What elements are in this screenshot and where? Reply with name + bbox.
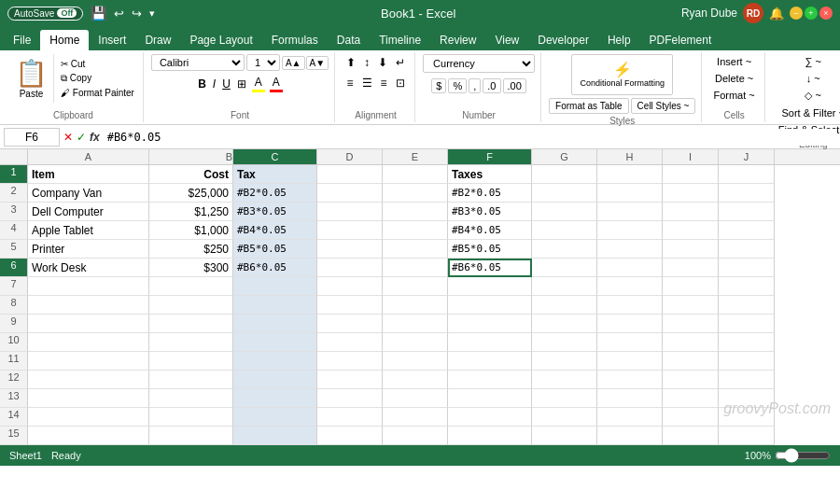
align-middle-button[interactable]: ↕ <box>360 54 373 71</box>
merge-center-button[interactable]: ⊡ <box>392 75 409 91</box>
ribbon-toggle-icon[interactable]: 🔔 <box>769 7 784 21</box>
tab-insert[interactable]: Insert <box>89 30 135 50</box>
cell-a2[interactable]: Company Van <box>28 184 149 203</box>
align-right-button[interactable]: ≡ <box>377 75 391 91</box>
cell-d1[interactable] <box>317 165 383 184</box>
user-avatar[interactable]: RD <box>743 3 763 23</box>
format-button[interactable]: Format ~ <box>709 88 758 103</box>
cell-j6[interactable] <box>719 259 775 277</box>
cell-i7[interactable] <box>663 277 719 296</box>
cell-f4[interactable]: #B4*0.05 <box>448 221 532 240</box>
cell-j2[interactable] <box>719 184 775 203</box>
align-center-button[interactable]: ☰ <box>358 75 376 91</box>
tab-pdfelement[interactable]: PDFelement <box>640 30 721 50</box>
redo-icon[interactable]: ↪ <box>132 7 142 21</box>
cell-a6[interactable]: Work Desk <box>28 259 149 277</box>
name-box[interactable] <box>4 128 60 147</box>
sum-button[interactable]: ∑ ~ <box>800 54 827 69</box>
cell-b6[interactable]: $300 <box>149 259 233 277</box>
bold-button[interactable]: B <box>195 77 209 91</box>
cell-c3[interactable]: #B3*0.05 <box>233 203 317 221</box>
row-num-6[interactable]: 6 <box>0 259 28 277</box>
cell-d5[interactable] <box>317 240 383 259</box>
fill-color-button[interactable]: A <box>250 75 267 93</box>
decrease-font-size-button[interactable]: A▼ <box>306 56 329 70</box>
tab-home[interactable]: Home <box>40 30 89 50</box>
cell-i1[interactable] <box>663 165 719 184</box>
zoom-slider[interactable] <box>775 448 831 463</box>
cell-e2[interactable] <box>383 184 448 203</box>
cell-j4[interactable] <box>719 221 775 240</box>
align-top-button[interactable]: ⬆ <box>343 54 359 71</box>
cell-i4[interactable] <box>663 221 719 240</box>
col-header-d[interactable]: D <box>317 149 383 164</box>
cell-d4[interactable] <box>317 221 383 240</box>
cell-i5[interactable] <box>663 240 719 259</box>
sheet-tab[interactable]: Sheet1 <box>9 450 42 461</box>
cell-h1[interactable] <box>597 165 663 184</box>
cell-b3[interactable]: $1,250 <box>149 203 233 221</box>
row-num-15[interactable]: 15 <box>0 427 28 445</box>
cell-g6[interactable] <box>532 259 597 277</box>
cell-c5[interactable]: #B5*0.05 <box>233 240 317 259</box>
cell-f1[interactable]: Taxes <box>448 165 532 184</box>
cell-e7[interactable] <box>383 277 448 296</box>
percent-button[interactable]: % <box>448 78 467 93</box>
cell-b4[interactable]: $1,000 <box>149 221 233 240</box>
tab-developer[interactable]: Developer <box>528 30 598 50</box>
row-num-1[interactable]: 1 <box>0 165 28 184</box>
col-header-a[interactable]: A <box>28 149 149 164</box>
cell-g1[interactable] <box>532 165 597 184</box>
cell-f6[interactable]: #B6*0.05 <box>448 259 532 277</box>
underline-button[interactable]: U <box>219 77 233 91</box>
font-size-dropdown[interactable]: 11 <box>246 54 280 71</box>
formula-cancel-icon[interactable]: ✕ <box>63 131 73 144</box>
delete-button[interactable]: Delete ~ <box>711 71 757 86</box>
cell-c4[interactable]: #B4*0.05 <box>233 221 317 240</box>
cell-h3[interactable] <box>597 203 663 221</box>
formula-confirm-icon[interactable]: ✓ <box>77 131 86 144</box>
tab-review[interactable]: Review <box>430 30 485 50</box>
cell-c1[interactable]: Tax <box>233 165 317 184</box>
cell-h6[interactable] <box>597 259 663 277</box>
formula-fx-icon[interactable]: fx <box>90 131 100 144</box>
font-family-dropdown[interactable]: Calibri <box>151 54 245 71</box>
close-button[interactable]: × <box>819 7 833 20</box>
cell-f5[interactable]: #B5*0.05 <box>448 240 532 259</box>
col-header-j[interactable]: J <box>719 149 775 164</box>
increase-decimal-button[interactable]: .0 <box>483 78 500 93</box>
align-bottom-button[interactable]: ⬇ <box>374 54 391 71</box>
cell-i6[interactable] <box>663 259 719 277</box>
cell-h5[interactable] <box>597 240 663 259</box>
row-num-3[interactable]: 3 <box>0 203 28 221</box>
cell-g2[interactable] <box>532 184 597 203</box>
cell-f3[interactable]: #B3*0.05 <box>448 203 532 221</box>
cell-g3[interactable] <box>532 203 597 221</box>
tab-formulas[interactable]: Formulas <box>262 30 328 50</box>
increase-font-size-button[interactable]: A▲ <box>282 56 305 70</box>
tab-draw[interactable]: Draw <box>135 30 180 50</box>
cell-j1[interactable] <box>719 165 775 184</box>
cell-j5[interactable] <box>719 240 775 259</box>
row-num-4[interactable]: 4 <box>0 221 28 240</box>
border-button[interactable]: ⊞ <box>234 77 249 91</box>
cell-h4[interactable] <box>597 221 663 240</box>
cell-a7[interactable] <box>28 277 149 296</box>
tab-view[interactable]: View <box>485 30 528 50</box>
row-num-8[interactable]: 8 <box>0 296 28 315</box>
cell-b7[interactable] <box>149 277 233 296</box>
col-header-h[interactable]: H <box>597 149 663 164</box>
cell-f7[interactable] <box>448 277 532 296</box>
align-left-button[interactable]: ≡ <box>343 75 357 91</box>
copy-button[interactable]: ⧉ Copy <box>58 72 137 85</box>
cell-e3[interactable] <box>383 203 448 221</box>
italic-button[interactable]: I <box>210 77 218 91</box>
col-header-c[interactable]: C <box>233 149 317 164</box>
comma-button[interactable]: , <box>469 78 481 93</box>
format-as-table-button[interactable]: Format as Table <box>549 98 629 114</box>
row-num-5[interactable]: 5 <box>0 240 28 259</box>
row-num-9[interactable]: 9 <box>0 315 28 333</box>
cut-button[interactable]: ✂ Cut <box>58 58 137 70</box>
cell-g7[interactable] <box>532 277 597 296</box>
fill-button[interactable]: ↓ ~ <box>801 71 826 86</box>
